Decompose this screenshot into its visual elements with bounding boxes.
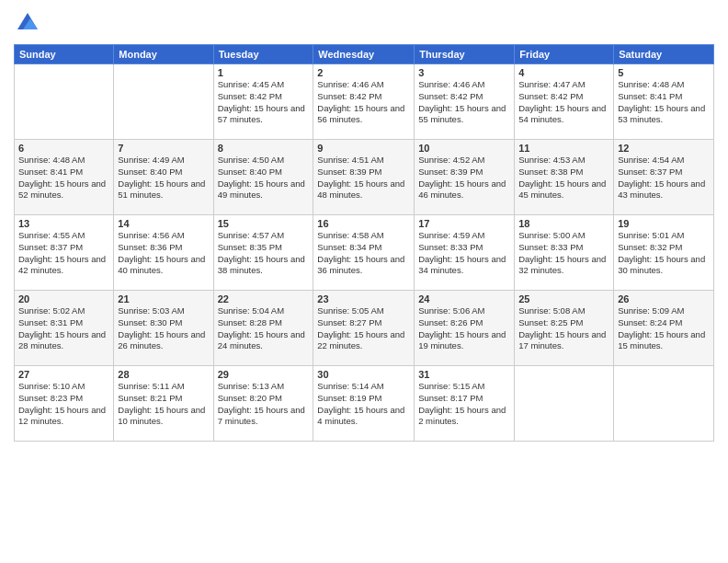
calendar-cell: 27Sunrise: 5:10 AM Sunset: 8:23 PM Dayli…: [15, 366, 114, 442]
day-info: Sunrise: 5:15 AM Sunset: 8:17 PM Dayligh…: [418, 381, 510, 428]
day-number: 16: [317, 218, 410, 229]
calendar-week-row: 1Sunrise: 4:45 AM Sunset: 8:42 PM Daylig…: [15, 64, 714, 140]
day-number: 27: [18, 369, 109, 380]
calendar-cell: 23Sunrise: 5:05 AM Sunset: 8:27 PM Dayli…: [313, 291, 415, 366]
day-info: Sunrise: 4:53 AM Sunset: 8:38 PM Dayligh…: [518, 155, 609, 201]
day-info: Sunrise: 4:48 AM Sunset: 8:41 PM Dayligh…: [618, 79, 710, 126]
calendar-cell: [515, 366, 614, 442]
day-number: 6: [18, 143, 109, 154]
logo-icon: [14, 9, 41, 37]
calendar-cell: 15Sunrise: 4:57 AM Sunset: 8:35 PM Dayli…: [213, 215, 313, 291]
calendar-cell: 7Sunrise: 4:49 AM Sunset: 8:40 PM Daylig…: [114, 140, 213, 215]
calendar-cell: 11Sunrise: 4:53 AM Sunset: 8:38 PM Dayli…: [515, 140, 614, 215]
calendar-cell: 10Sunrise: 4:52 AM Sunset: 8:39 PM Dayli…: [415, 140, 515, 215]
calendar-cell: 24Sunrise: 5:06 AM Sunset: 8:26 PM Dayli…: [415, 291, 515, 366]
day-number: 30: [317, 369, 410, 380]
page: SundayMondayTuesdayWednesdayThursdayFrid…: [0, 0, 728, 563]
calendar-cell: 3Sunrise: 4:46 AM Sunset: 8:42 PM Daylig…: [415, 64, 515, 140]
day-number: 13: [18, 218, 109, 229]
calendar-week-row: 6Sunrise: 4:48 AM Sunset: 8:41 PM Daylig…: [15, 140, 714, 215]
day-number: 24: [418, 293, 510, 304]
calendar-cell: 22Sunrise: 5:04 AM Sunset: 8:28 PM Dayli…: [213, 291, 313, 366]
day-info: Sunrise: 5:05 AM Sunset: 8:27 PM Dayligh…: [317, 305, 410, 352]
day-info: Sunrise: 4:50 AM Sunset: 8:40 PM Dayligh…: [218, 155, 310, 201]
header: [14, 9, 714, 37]
day-number: 19: [618, 218, 710, 229]
calendar-cell: 25Sunrise: 5:08 AM Sunset: 8:25 PM Dayli…: [515, 291, 614, 366]
day-info: Sunrise: 4:48 AM Sunset: 8:41 PM Dayligh…: [18, 155, 109, 201]
calendar-week-row: 27Sunrise: 5:10 AM Sunset: 8:23 PM Dayli…: [15, 366, 714, 442]
day-info: Sunrise: 4:59 AM Sunset: 8:33 PM Dayligh…: [418, 230, 510, 277]
weekday-header-row: SundayMondayTuesdayWednesdayThursdayFrid…: [15, 45, 714, 64]
calendar-cell: 31Sunrise: 5:15 AM Sunset: 8:17 PM Dayli…: [415, 366, 515, 442]
day-number: 31: [418, 369, 510, 380]
calendar: SundayMondayTuesdayWednesdayThursdayFrid…: [14, 44, 714, 442]
calendar-cell: [614, 366, 714, 442]
day-number: 10: [418, 143, 510, 154]
day-info: Sunrise: 4:49 AM Sunset: 8:40 PM Dayligh…: [118, 155, 209, 201]
day-number: 11: [518, 143, 609, 154]
day-info: Sunrise: 4:52 AM Sunset: 8:39 PM Dayligh…: [418, 155, 510, 201]
day-number: 2: [317, 67, 410, 78]
day-info: Sunrise: 4:45 AM Sunset: 8:42 PM Dayligh…: [218, 79, 310, 126]
day-info: Sunrise: 5:09 AM Sunset: 8:24 PM Dayligh…: [618, 305, 710, 352]
calendar-cell: [15, 64, 114, 140]
day-number: 28: [118, 369, 209, 380]
calendar-cell: 28Sunrise: 5:11 AM Sunset: 8:21 PM Dayli…: [114, 366, 213, 442]
day-number: 1: [218, 67, 310, 78]
day-info: Sunrise: 5:13 AM Sunset: 8:20 PM Dayligh…: [218, 381, 310, 428]
day-info: Sunrise: 5:00 AM Sunset: 8:33 PM Dayligh…: [518, 230, 609, 277]
calendar-cell: 5Sunrise: 4:48 AM Sunset: 8:41 PM Daylig…: [614, 64, 714, 140]
calendar-cell: [114, 64, 213, 140]
day-info: Sunrise: 5:04 AM Sunset: 8:28 PM Dayligh…: [218, 305, 310, 352]
weekday-header: Wednesday: [313, 45, 415, 64]
weekday-header: Tuesday: [213, 45, 313, 64]
day-info: Sunrise: 5:14 AM Sunset: 8:19 PM Dayligh…: [317, 381, 410, 428]
day-info: Sunrise: 4:55 AM Sunset: 8:37 PM Dayligh…: [18, 230, 109, 277]
day-info: Sunrise: 5:08 AM Sunset: 8:25 PM Dayligh…: [518, 305, 609, 352]
calendar-cell: 12Sunrise: 4:54 AM Sunset: 8:37 PM Dayli…: [614, 140, 714, 215]
calendar-cell: 9Sunrise: 4:51 AM Sunset: 8:39 PM Daylig…: [313, 140, 415, 215]
calendar-cell: 14Sunrise: 4:56 AM Sunset: 8:36 PM Dayli…: [114, 215, 213, 291]
weekday-header: Thursday: [415, 45, 515, 64]
calendar-cell: 18Sunrise: 5:00 AM Sunset: 8:33 PM Dayli…: [515, 215, 614, 291]
day-info: Sunrise: 5:06 AM Sunset: 8:26 PM Dayligh…: [418, 305, 510, 352]
day-number: 9: [317, 143, 410, 154]
calendar-cell: 16Sunrise: 4:58 AM Sunset: 8:34 PM Dayli…: [313, 215, 415, 291]
calendar-cell: 30Sunrise: 5:14 AM Sunset: 8:19 PM Dayli…: [313, 366, 415, 442]
calendar-cell: 6Sunrise: 4:48 AM Sunset: 8:41 PM Daylig…: [15, 140, 114, 215]
day-number: 3: [418, 67, 510, 78]
calendar-cell: 17Sunrise: 4:59 AM Sunset: 8:33 PM Dayli…: [415, 215, 515, 291]
calendar-cell: 29Sunrise: 5:13 AM Sunset: 8:20 PM Dayli…: [213, 366, 313, 442]
day-number: 29: [218, 369, 310, 380]
day-number: 7: [118, 143, 209, 154]
calendar-cell: 21Sunrise: 5:03 AM Sunset: 8:30 PM Dayli…: [114, 291, 213, 366]
weekday-header: Saturday: [614, 45, 714, 64]
weekday-header: Sunday: [15, 45, 114, 64]
day-number: 23: [317, 293, 410, 304]
calendar-week-row: 20Sunrise: 5:02 AM Sunset: 8:31 PM Dayli…: [15, 291, 714, 366]
day-number: 14: [118, 218, 209, 229]
day-info: Sunrise: 4:56 AM Sunset: 8:36 PM Dayligh…: [118, 230, 209, 277]
day-number: 21: [118, 293, 209, 304]
day-number: 15: [218, 218, 310, 229]
day-info: Sunrise: 5:11 AM Sunset: 8:21 PM Dayligh…: [118, 381, 209, 428]
day-number: 4: [518, 67, 609, 78]
day-number: 12: [618, 143, 710, 154]
day-info: Sunrise: 4:46 AM Sunset: 8:42 PM Dayligh…: [317, 79, 410, 126]
day-number: 26: [618, 293, 710, 304]
calendar-cell: 4Sunrise: 4:47 AM Sunset: 8:42 PM Daylig…: [515, 64, 614, 140]
calendar-cell: 20Sunrise: 5:02 AM Sunset: 8:31 PM Dayli…: [15, 291, 114, 366]
day-info: Sunrise: 5:02 AM Sunset: 8:31 PM Dayligh…: [18, 305, 109, 352]
day-info: Sunrise: 4:51 AM Sunset: 8:39 PM Dayligh…: [317, 155, 410, 201]
day-info: Sunrise: 4:58 AM Sunset: 8:34 PM Dayligh…: [317, 230, 410, 277]
calendar-cell: 1Sunrise: 4:45 AM Sunset: 8:42 PM Daylig…: [213, 64, 313, 140]
calendar-cell: 13Sunrise: 4:55 AM Sunset: 8:37 PM Dayli…: [15, 215, 114, 291]
logo: [14, 9, 45, 37]
day-number: 20: [18, 293, 109, 304]
day-info: Sunrise: 5:10 AM Sunset: 8:23 PM Dayligh…: [18, 381, 109, 428]
day-number: 5: [618, 67, 710, 78]
day-info: Sunrise: 4:47 AM Sunset: 8:42 PM Dayligh…: [518, 79, 609, 126]
weekday-header: Friday: [515, 45, 614, 64]
day-info: Sunrise: 5:03 AM Sunset: 8:30 PM Dayligh…: [118, 305, 209, 352]
